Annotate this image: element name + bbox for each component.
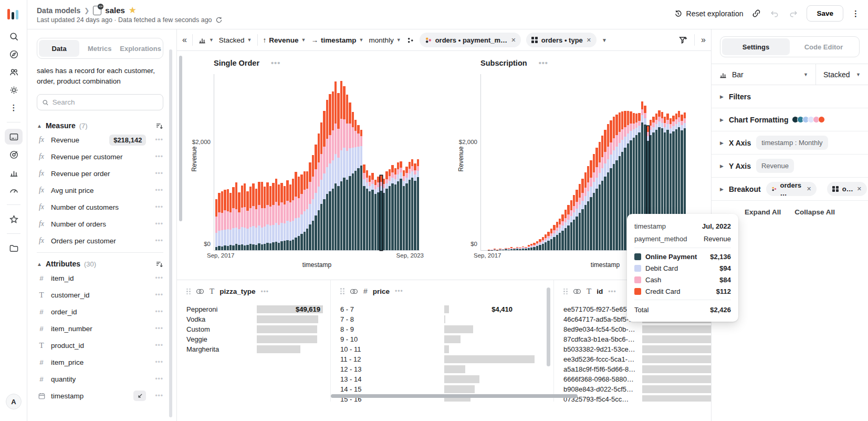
bar[interactable] xyxy=(377,177,379,250)
bar[interactable] xyxy=(536,241,538,250)
pill-overflow-dropdown-icon[interactable]: ▼ xyxy=(602,37,607,43)
breakout-pill-payment-method[interactable]: orders • payment_m… ✕ xyxy=(420,33,521,47)
section-y-axis[interactable]: ▶ Y Axis Revenue xyxy=(712,155,868,178)
section-x-axis[interactable]: ▶ X Axis timestamp : Monthly xyxy=(712,131,868,155)
bar[interactable] xyxy=(570,200,572,250)
bar[interactable] xyxy=(329,94,331,250)
breadcrumb-data-models[interactable]: Data models xyxy=(37,6,80,15)
sort-icon[interactable] xyxy=(155,122,163,130)
bar[interactable] xyxy=(269,186,271,250)
bar[interactable] xyxy=(584,172,587,250)
card-row[interactable]: 07325793-f5c4-5cc… xyxy=(563,394,711,402)
app-logo[interactable] xyxy=(7,7,20,19)
panel-scrollbar[interactable] xyxy=(169,49,172,417)
star-icon[interactable] xyxy=(5,211,23,227)
bar[interactable] xyxy=(309,162,311,250)
row-menu-icon[interactable]: ••• xyxy=(155,153,163,160)
bar[interactable] xyxy=(332,91,334,250)
bar[interactable] xyxy=(595,148,598,250)
attributes-section-header[interactable]: ▲ Attributes (30) xyxy=(37,258,163,270)
expand-triangle-icon[interactable]: ▶ xyxy=(720,117,724,122)
bar[interactable] xyxy=(499,249,501,250)
bar[interactable] xyxy=(610,120,612,250)
measure-section-header[interactable]: ▲ Measure (7) xyxy=(37,120,163,131)
card-row[interactable]: Veggie xyxy=(186,334,330,344)
favorite-star-icon[interactable]: ★ xyxy=(129,5,137,16)
card-title[interactable]: id xyxy=(597,287,603,295)
card-row[interactable]: 13 - 14 xyxy=(340,374,542,384)
bar[interactable] xyxy=(411,159,413,250)
expand-all-button[interactable]: Expand All xyxy=(745,208,781,216)
bar[interactable] xyxy=(525,247,527,250)
bar[interactable] xyxy=(624,111,626,250)
x-axis-pill[interactable]: timestamp : Monthly xyxy=(756,136,828,150)
search-input[interactable] xyxy=(53,98,158,106)
card-row[interactable]: 12 - 13 xyxy=(340,364,542,374)
chart-menu-icon[interactable]: ••• xyxy=(539,59,548,67)
granularity-dropdown[interactable]: monthly▼ xyxy=(369,36,401,44)
card-row[interactable]: ee3d5236-fccc-5ca1-… xyxy=(563,354,711,364)
bar[interactable] xyxy=(289,184,291,250)
attribute-row[interactable]: #item_id••• xyxy=(37,270,163,286)
card-menu-icon[interactable]: ••• xyxy=(260,288,269,295)
bar[interactable] xyxy=(369,176,371,250)
bar[interactable] xyxy=(494,249,496,250)
bar[interactable] xyxy=(349,102,351,250)
bar[interactable] xyxy=(414,163,416,250)
bar[interactable] xyxy=(343,86,345,250)
bar[interactable] xyxy=(559,219,561,250)
bar[interactable] xyxy=(389,169,391,250)
bar[interactable] xyxy=(383,179,385,250)
collapse-left-panel-icon[interactable]: « xyxy=(182,35,187,45)
bar[interactable] xyxy=(561,214,563,250)
field-search[interactable] xyxy=(37,94,163,110)
measure-row[interactable]: fxOrders per customer••• xyxy=(37,232,163,249)
bar[interactable] xyxy=(286,180,288,250)
card-menu-icon[interactable]: ••• xyxy=(395,287,403,295)
bar[interactable] xyxy=(564,210,567,250)
bar[interactable] xyxy=(232,187,234,250)
bar[interactable] xyxy=(235,182,237,250)
bar[interactable] xyxy=(366,170,368,250)
bar[interactable] xyxy=(516,247,518,250)
folder-icon[interactable] xyxy=(5,240,23,256)
row-menu-icon[interactable]: ••• xyxy=(155,136,163,143)
remove-pill-icon[interactable]: ✕ xyxy=(807,186,811,192)
search-icon[interactable] xyxy=(5,28,23,44)
bar[interactable] xyxy=(246,191,248,250)
x-field-dropdown[interactable]: →timestamp▼ xyxy=(311,36,363,44)
users-icon[interactable] xyxy=(5,64,23,80)
bar[interactable] xyxy=(539,239,541,250)
bar[interactable] xyxy=(533,243,535,250)
bar[interactable] xyxy=(264,187,266,250)
remove-pill-icon[interactable]: ✕ xyxy=(857,186,862,192)
sort-icon[interactable] xyxy=(155,260,163,268)
reset-exploration-button[interactable]: Reset exploration xyxy=(674,9,744,18)
bar[interactable] xyxy=(238,192,240,250)
tab-code-editor[interactable]: Code Editor xyxy=(790,38,857,55)
card-scrollbar[interactable] xyxy=(547,287,550,366)
bar[interactable] xyxy=(409,162,411,250)
card-row[interactable]: 10 - 11 xyxy=(340,344,542,354)
collapse-chevron-icon[interactable]: ▲ xyxy=(37,123,42,129)
share-link-icon[interactable] xyxy=(751,8,761,18)
bar[interactable] xyxy=(272,183,274,250)
gauge-icon[interactable] xyxy=(5,182,23,198)
row-menu-icon[interactable]: ••• xyxy=(155,187,163,194)
bar[interactable] xyxy=(522,247,524,250)
measure-row[interactable]: fxNumber of customers••• xyxy=(37,199,163,215)
bar[interactable] xyxy=(556,222,558,250)
bar[interactable] xyxy=(581,179,583,250)
bar[interactable] xyxy=(403,170,405,250)
bar[interactable] xyxy=(607,124,609,250)
card-row[interactable]: Pepperoni$49,619 xyxy=(186,304,330,314)
card-row[interactable]: 6 - 7$4,410 xyxy=(340,304,542,314)
bar[interactable] xyxy=(315,145,317,250)
bar[interactable] xyxy=(352,112,354,250)
bar[interactable] xyxy=(278,184,280,250)
bar[interactable] xyxy=(255,189,257,250)
drag-handle-icon[interactable] xyxy=(186,289,191,295)
bar[interactable] xyxy=(218,193,220,250)
redo-icon[interactable] xyxy=(788,8,798,18)
y-axis-pill[interactable]: Revenue xyxy=(756,159,794,173)
